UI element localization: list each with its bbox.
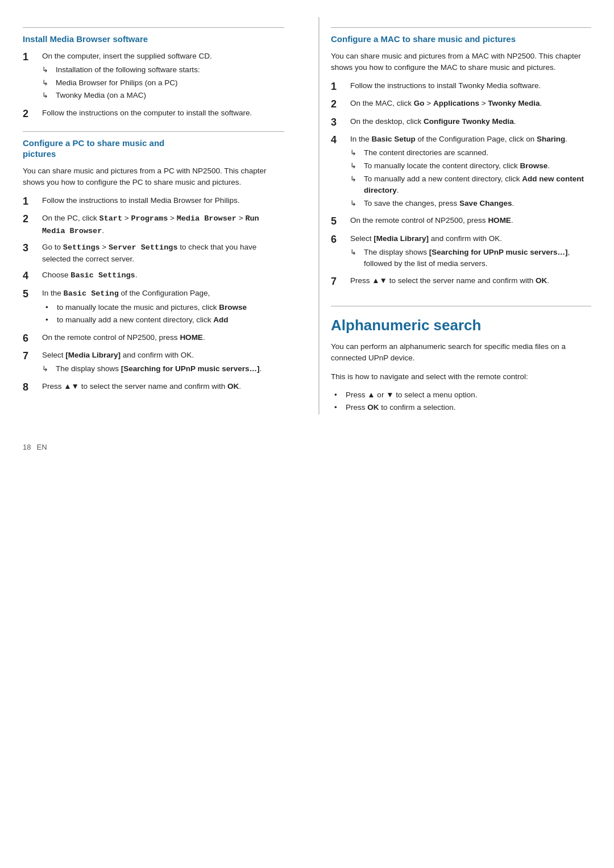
mac-step-4-sub-4-text: To save the changes, press Save Changes. — [364, 198, 514, 209]
arrow-icon-3: ↳ — [42, 90, 53, 102]
mac-step-6-sub: ↳ The display shows [Searching for UPnP … — [350, 247, 591, 270]
mac-step-4-sub-3-text: To manually add a new content directory,… — [364, 173, 591, 197]
pc-step-7-content: Select [Media Library] and confirm with … — [42, 350, 284, 376]
arrow-mac-6a: ↳ — [350, 247, 362, 259]
pc-step-num-3: 3 — [23, 242, 39, 255]
pc-step-2-content: On the PC, click Start > Programs > Medi… — [42, 213, 284, 237]
mac-step-6-text: Select [Media Library] and confirm with … — [350, 234, 502, 243]
arrow-icon-7a: ↳ — [42, 363, 53, 375]
pc-step-7-sub-1: ↳ The display shows [Searching for UPnP … — [42, 363, 284, 375]
alpha-bullet-icon-1: • — [334, 389, 343, 401]
step-1-content: On the computer, insert the supplied sof… — [42, 51, 284, 103]
pc-step-num-5: 5 — [23, 288, 39, 301]
configure-pc-title: Configure a PC to share music andpicture… — [23, 138, 284, 160]
mac-step-1-text: Follow the instructions to install Twonk… — [350, 81, 541, 90]
mac-step-4: 4 In the Basic Setup of the Configuratio… — [331, 134, 591, 210]
pc-step-4: 4 Choose Basic Settings. — [23, 269, 284, 283]
pc-bullet-1: • to manually locate the music and pictu… — [45, 302, 284, 313]
pc-step-1-content: Follow the instructions to install Media… — [42, 195, 284, 206]
pc-step-3: 3 Go to Settings > Server Settings to ch… — [23, 242, 284, 265]
mac-step-num-1: 1 — [331, 80, 347, 93]
pc-step-1: 1 Follow the instructions to install Med… — [23, 195, 284, 208]
mac-step-2-content: On the MAC, click Go > Applications > Tw… — [350, 98, 591, 109]
pc-step-1-text: Follow the instructions to install Media… — [42, 196, 239, 205]
mac-step-7-text: Press ▲▼ to select the server name and c… — [350, 276, 549, 285]
mac-step-4-sub-1-text: The content directories are scanned. — [364, 147, 488, 159]
arrow-icon-1: ↳ — [42, 64, 53, 76]
page-footer: 18 EN — [23, 437, 591, 451]
mac-step-4-sub-1: ↳ The content directories are scanned. — [350, 147, 591, 159]
mac-step-4-content: In the Basic Setup of the Configuration … — [350, 134, 591, 210]
divider-mid-left — [23, 131, 284, 132]
mac-step-3-text: On the desktop, click Configure Twonky M… — [350, 117, 516, 126]
configure-pc-steps: 1 Follow the instructions to install Med… — [23, 195, 284, 394]
pc-step-2: 2 On the PC, click Start > Programs > Me… — [23, 213, 284, 237]
mac-step-6-sub-1-text: The display shows [Searching for UPnP mu… — [364, 247, 591, 270]
step-1-sublist: ↳ Installation of the following software… — [42, 64, 284, 102]
step-2-content: Follow the instructions on the computer … — [42, 107, 284, 119]
step-num-1: 1 — [23, 51, 39, 64]
pc-step-5: 5 In the Basic Seting of the Configurati… — [23, 288, 284, 327]
configure-mac-section: Configure a MAC to share music and pictu… — [331, 34, 591, 289]
mac-step-1: 1 Follow the instructions to install Two… — [331, 80, 591, 93]
pc-step-5-text: In the Basic Seting of the Configuration… — [42, 289, 210, 297]
alphanumeric-bullets: • Press ▲ or ▼ to select a menu option. … — [334, 389, 591, 414]
mac-step-num-2: 2 — [331, 98, 347, 111]
step-1-sub-1-text: Installation of the following software s… — [56, 64, 200, 76]
arrow-mac-4c: ↳ — [350, 173, 362, 185]
step-1-text: On the computer, insert the supplied sof… — [42, 52, 212, 60]
alpha-bullet-2: • Press OK to confirm a selection. — [334, 402, 591, 413]
pc-bullet-2: • to manually add a new content director… — [45, 314, 284, 326]
configure-mac-title: Configure a MAC to share music and pictu… — [331, 34, 591, 45]
step-1-sub-3: ↳ Twonky Media (on a MAC) — [42, 90, 284, 102]
pc-step-6: 6 On the remote control of NP2500, press… — [23, 332, 284, 345]
alphanumeric-intro1: You can perform an alphanumeric search f… — [331, 341, 591, 364]
mac-step-num-4: 4 — [331, 134, 347, 147]
step-1-sub-3-text: Twonky Media (on a MAC) — [56, 90, 146, 101]
bullet-icon-2: • — [45, 314, 55, 326]
pc-step-num-8: 8 — [23, 381, 39, 394]
pc-bullet-1-text: to manually locate the music and picture… — [57, 302, 247, 313]
step-1-sub-2-text: Media Browser for Philips (on a PC) — [56, 77, 178, 89]
arrow-mac-4a: ↳ — [350, 147, 362, 159]
arrow-mac-4b: ↳ — [350, 160, 362, 172]
configure-mac-steps: 1 Follow the instructions to install Two… — [331, 80, 591, 289]
mac-step-4-sub-2: ↳ To manually locate the content directo… — [350, 160, 591, 172]
mac-step-5-text: On the remote control of NP2500, press H… — [350, 216, 513, 225]
mac-step-4-sub: ↳ The content directories are scanned. ↳… — [350, 147, 591, 209]
left-column: Install Media Browser software 1 On the … — [23, 17, 296, 414]
mac-step-num-7: 7 — [331, 275, 347, 288]
mac-step-4-sub-4: ↳ To save the changes, press Save Change… — [350, 198, 591, 210]
pc-step-7-sub-text: The display shows [Searching for UPnP mu… — [56, 363, 262, 375]
pc-step-7-sub: ↳ The display shows [Searching for UPnP … — [42, 363, 284, 375]
install-step-1: 1 On the computer, insert the supplied s… — [23, 51, 284, 103]
configure-pc-intro: You can share music and pictures from a … — [23, 165, 284, 189]
install-media-browser-title: Install Media Browser software — [23, 34, 284, 45]
mac-step-4-sub-3: ↳ To manually add a new content director… — [350, 173, 591, 197]
pc-step-3-content: Go to Settings > Server Settings to chec… — [42, 242, 284, 265]
page-lang: EN — [36, 443, 47, 451]
mac-step-4-sub-2-text: To manually locate the content directory… — [364, 160, 550, 172]
pc-step-8-text: Press ▲▼ to select the server name and c… — [42, 382, 241, 391]
configure-pc-section: Configure a PC to share music andpicture… — [23, 138, 284, 394]
alpha-bullet-2-text: Press OK to confirm a selection. — [346, 402, 456, 413]
mac-step-2: 2 On the MAC, click Go > Applications > … — [331, 98, 591, 111]
mac-step-5-content: On the remote control of NP2500, press H… — [350, 215, 591, 226]
mac-step-3-content: On the desktop, click Configure Twonky M… — [350, 116, 591, 127]
mac-step-num-3: 3 — [331, 116, 347, 129]
step-num-2: 2 — [23, 107, 39, 121]
alpha-bullet-icon-2: • — [334, 402, 343, 413]
pc-step-7-text: Select [Media Library] and confirm with … — [42, 351, 194, 359]
configure-mac-intro: You can share music and pictures from a … — [331, 51, 591, 74]
arrow-icon-2: ↳ — [42, 77, 53, 89]
mac-step-4-text: In the Basic Setup of the Configuration … — [350, 135, 567, 143]
pc-step-num-6: 6 — [23, 332, 39, 345]
right-column: Configure a MAC to share music and pictu… — [318, 17, 591, 414]
install-media-browser-section: Install Media Browser software 1 On the … — [23, 34, 284, 121]
mac-step-num-5: 5 — [331, 215, 347, 228]
pc-step-2-text: On the PC, click Start > Programs > Medi… — [42, 214, 259, 234]
divider-top-left — [23, 27, 284, 28]
alpha-bullet-1-text: Press ▲ or ▼ to select a menu option. — [346, 389, 478, 401]
install-steps-list: 1 On the computer, insert the supplied s… — [23, 51, 284, 121]
mac-step-6: 6 Select [Media Library] and confirm wit… — [331, 233, 591, 271]
